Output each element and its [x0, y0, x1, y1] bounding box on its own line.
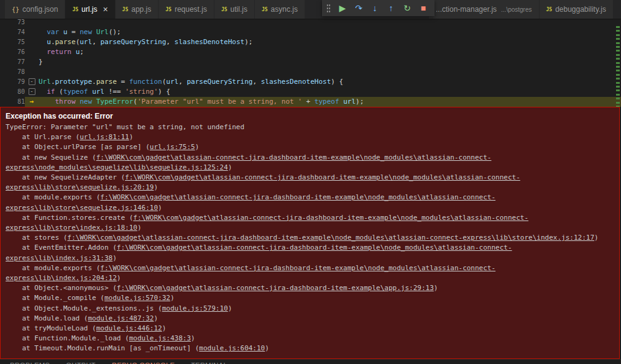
line-number[interactable]: 79 [0, 77, 25, 87]
tab-label: async.js [271, 5, 298, 14]
tab-label: url.js [81, 5, 97, 14]
stack-frame-link[interactable]: module.js:579:10 [162, 304, 228, 312]
step-into-button[interactable]: ↓ [367, 0, 383, 16]
code-lines: 7374 var u = new Url();75 u.parse(url, p… [0, 19, 621, 107]
fold-margin[interactable]: - [25, 87, 39, 97]
panel-tab-debug-console[interactable]: DEBUG CONSOLE [112, 362, 175, 364]
js-file-icon: JS [546, 7, 553, 12]
stack-frame-link[interactable]: module.js:438:3 [129, 334, 191, 342]
stack-frame-link[interactable]: f:\WORK\com\gadget\atlassian-connect-jir… [67, 234, 594, 242]
stack-frame: at Object.Module._extensions..js (module… [6, 304, 602, 314]
editor-tab-group-1: {}config.jsonJSurl.js×JSapp.jsJSrequest.… [5, 0, 305, 19]
code-text: Url.prototype.parse = function(url, pars… [39, 77, 621, 87]
tab-label: ...ction-manager.js [436, 5, 497, 14]
panel-tab-terminal[interactable]: TERMINAL [191, 362, 228, 364]
stack-frame: at EventEmitter.Addon (f:\WORK\com\gadge… [6, 243, 602, 263]
code-editor[interactable]: 7374 var u = new Url();75 u.parse(url, p… [0, 19, 621, 107]
tab-path-description: ...\postgres [501, 6, 531, 13]
tab-config.json[interactable]: {}config.json [5, 0, 65, 19]
code-text [39, 67, 621, 77]
vscode-window: {}config.jsonJSurl.js×JSapp.jsJSrequest.… [0, 0, 621, 364]
fold-icon[interactable]: - [29, 88, 35, 95]
stack-frame: at Function.Module._load (module.js:438:… [6, 334, 602, 344]
stack-frame-link[interactable]: f:\WORK\com\gadget\atlassian-connect-jir… [6, 264, 495, 282]
stack-frame-link[interactable]: f:\WORK\com\gadget\atlassian-connect-jir… [6, 153, 491, 171]
line-number[interactable]: 78 [0, 67, 25, 77]
code-line-77: 77} [0, 57, 621, 67]
js-file-icon: JS [221, 7, 228, 12]
stack-frame-link[interactable]: module.js:446:12 [96, 324, 162, 332]
step-out-button[interactable]: ↑ [383, 0, 399, 16]
stack-frame-link[interactable]: f:\WORK\com\gadget\atlassian-connect-jir… [117, 284, 434, 292]
panel-tab-problems[interactable]: PROBLEMS [10, 362, 50, 364]
stack-frame-link[interactable]: f:\WORK\com\gadget\atlassian-connect-jir… [6, 193, 495, 211]
stack-frame-link[interactable]: f:\WORK\com\gadget\atlassian-connect-jir… [6, 173, 520, 191]
tab-bar-lead-spacer [0, 0, 5, 19]
stack-frame-link[interactable]: f:\WORK\com\gadget\atlassian-connect-jir… [6, 214, 528, 232]
stack-frame: at stores (f:\WORK\com\gadget\atlassian-… [6, 233, 602, 243]
stack-frame: TypeError: Parameter "url" must be a str… [6, 122, 602, 132]
tab-app.js[interactable]: JSapp.js [116, 0, 159, 19]
fold-icon[interactable]: - [29, 78, 35, 85]
exception-stack: TypeError: Parameter "url" must be a str… [1, 122, 602, 354]
line-number[interactable]: 76 [0, 47, 25, 57]
stack-frame-link[interactable]: url.js:75:5 [150, 143, 195, 151]
tab-async.js[interactable]: JSasync.js [255, 0, 305, 19]
stack-frame: at Object.urlParse [as parse] (url.js:75… [6, 142, 602, 152]
stack-frame: at module.exports (f:\WORK\com\gadget\at… [6, 263, 602, 283]
code-text: if (typeof url !== 'string') { [39, 87, 621, 97]
panel-tabs: PROBLEMSOUTPUTDEBUG CONSOLETERMINAL [0, 362, 621, 364]
stack-frame-link[interactable]: module.js:604:10 [199, 344, 265, 352]
code-line-76: 76 return u; [0, 47, 621, 57]
code-text: u.parse(url, parseQueryString, slashesDe… [39, 37, 621, 47]
line-number[interactable]: 74 [0, 27, 25, 37]
stack-frame-link[interactable]: url.js:81:11 [80, 133, 129, 141]
code-text: return u; [39, 47, 621, 57]
close-tab-icon[interactable]: × [103, 5, 108, 14]
code-text: throw new TypeError('Parameter "url" mus… [39, 97, 621, 107]
stack-frame: at new Sequelize (f:\WORK\com\gadget\atl… [6, 153, 602, 173]
fold-margin [25, 57, 39, 67]
stop-button[interactable]: ■ [415, 0, 431, 16]
tab-debuggability.js[interactable]: JSdebuggability.js [540, 0, 614, 19]
line-number[interactable]: 77 [0, 57, 25, 67]
stack-frame: at Function.stores.create (f:\WORK\com\g… [6, 213, 602, 233]
stack-frame: at Module.load (module.js:487:32) [6, 314, 602, 324]
debug-toolbar-drag-handle[interactable] [326, 4, 331, 13]
step-over-button[interactable]: ↷ [351, 0, 367, 16]
stack-frame-link[interactable]: f:\WORK\com\gadget\atlassian-connect-jir… [6, 243, 512, 262]
tab-util.js[interactable]: JSutil.js [214, 0, 255, 19]
editor-tab-group-2: ...ction-manager.js...\postgresJSdebugga… [429, 0, 614, 19]
stack-frame-link[interactable]: module.js:570:32 [104, 294, 170, 302]
tab-label: request.js [175, 5, 207, 14]
overview-ruler[interactable] [616, 26, 620, 107]
fold-margin [25, 67, 39, 77]
fold-margin [25, 47, 39, 57]
stack-frame: at Module._compile (module.js:570:32) [6, 293, 602, 303]
continue-button[interactable]: ▶ [334, 0, 351, 16]
line-number[interactable]: 75 [0, 37, 25, 47]
code-line-80: 80- if (typeof url !== 'string') { [0, 87, 621, 97]
tab-...ction-manager.js[interactable]: ...ction-manager.js...\postgres [429, 0, 540, 19]
tab-url.js[interactable]: JSurl.js× [65, 0, 115, 19]
stack-frame: at new SequelizeAdapter (f:\WORK\com\gad… [6, 173, 602, 193]
line-number[interactable]: 80 [0, 87, 25, 97]
line-number[interactable]: 81 [0, 97, 25, 107]
fold-margin[interactable]: - [25, 77, 39, 87]
restart-button[interactable]: ↻ [399, 0, 415, 16]
tab-request.js[interactable]: JSrequest.js [159, 0, 214, 19]
line-number[interactable]: 73 [0, 19, 25, 27]
code-line-73: 73 [0, 19, 621, 27]
js-file-icon: JS [122, 7, 129, 12]
current-statement-arrow-icon[interactable]: → [25, 97, 39, 107]
code-line-81: 81→ throw new TypeError('Parameter "url"… [0, 97, 621, 107]
panel-tab-output[interactable]: OUTPUT [66, 362, 96, 364]
debug-toolbar-buttons: ▶↷↓↑↻■ [334, 0, 431, 16]
stack-frame-link[interactable]: module.js:487:32 [88, 314, 154, 322]
stack-frame: at Url.parse (url.js:81:11) [6, 132, 602, 142]
js-file-icon: JS [262, 7, 268, 12]
tab-label: config.json [22, 5, 58, 14]
js-file-icon: JS [72, 7, 78, 12]
stack-frame: at Timeout.Module.runMain [as _onTimeout… [6, 344, 602, 353]
code-line-74: 74 var u = new Url(); [0, 27, 621, 37]
